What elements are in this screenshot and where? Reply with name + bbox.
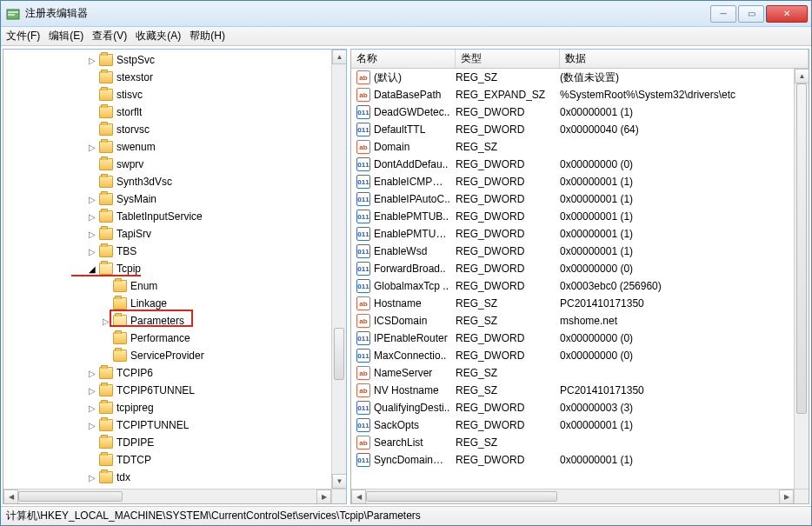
tree-item[interactable]: stexstor	[3, 69, 346, 86]
scroll-thumb[interactable]	[366, 491, 557, 502]
tree-item[interactable]: ▷TCPIP6TUNNEL	[3, 382, 346, 399]
column-type[interactable]: 类型	[456, 50, 560, 68]
tree-item[interactable]: ▷TBS	[3, 243, 346, 260]
expand-icon[interactable]: ▷	[87, 246, 97, 256]
value-row[interactable]: abICSDomainREG_SZmshome.net	[351, 312, 809, 330]
tree-item[interactable]: ▷TapiSrv	[3, 225, 346, 243]
tree-item-label: TDTCP	[116, 454, 151, 466]
menu-view[interactable]: 查看(V)	[92, 29, 127, 43]
menu-favorites[interactable]: 收藏夹(A)	[136, 29, 181, 43]
value-row[interactable]: abDataBasePathREG_EXPAND_SZ%SystemRoot%\…	[351, 86, 809, 103]
tree-item-label: Tcpip	[116, 263, 141, 275]
list-vertical-scrollbar[interactable]: ▲ ▼	[794, 69, 809, 503]
value-row[interactable]: 011EnableICMPRe..REG_DWORD0x00000001 (1)	[351, 173, 809, 190]
menu-file[interactable]: 文件(F)	[6, 29, 40, 43]
column-name[interactable]: 名称	[351, 50, 456, 68]
tree-item-label: Synth3dVsc	[116, 176, 172, 188]
tree-item[interactable]: ◢Tcpip	[3, 260, 346, 277]
value-row[interactable]: 011DefaultTTLREG_DWORD0x00000040 (64)	[351, 121, 809, 138]
collapse-icon[interactable]: ◢	[87, 263, 97, 274]
value-type: REG_DWORD	[456, 263, 560, 275]
tree-item[interactable]: Performance	[3, 330, 346, 347]
value-row[interactable]: abNV HostnameREG_SZPC201410171350	[351, 382, 809, 399]
scroll-left-button[interactable]: ◀	[3, 489, 18, 503]
value-type: REG_DWORD	[456, 210, 560, 223]
scroll-right-button[interactable]: ▶	[316, 489, 331, 503]
value-row[interactable]: 011EnableWsdREG_DWORD0x00000001 (1)	[351, 243, 809, 260]
value-row[interactable]: 011EnableIPAutoC..REG_DWORD0x00000001 (1…	[351, 190, 809, 208]
value-type: REG_DWORD	[456, 402, 560, 414]
tree-item[interactable]: Synth3dVsc	[3, 173, 346, 190]
values-list[interactable]: ab(默认)REG_SZ(数值未设置)abDataBasePathREG_EXP…	[351, 69, 809, 503]
value-name: EnablePMTUB..	[374, 210, 456, 223]
list-horizontal-scrollbar[interactable]: ◀ ▶	[351, 489, 794, 503]
tree-item[interactable]: ▷TCPIP6	[3, 364, 346, 382]
menu-help[interactable]: 帮助(H)	[190, 29, 225, 43]
expand-icon[interactable]: ▷	[87, 142, 97, 152]
minimize-button[interactable]: ─	[710, 5, 736, 23]
expand-icon[interactable]: ▷	[87, 403, 97, 413]
app-icon	[6, 7, 20, 21]
tree-item[interactable]: storflt	[3, 103, 346, 121]
tree-item[interactable]: ▷swenum	[3, 138, 346, 156]
value-row[interactable]: 011DontAddDefau..REG_DWORD0x00000000 (0)	[351, 156, 809, 173]
scroll-thumb[interactable]	[334, 328, 344, 380]
value-row[interactable]: 011SackOptsREG_DWORD0x00000001 (1)	[351, 416, 809, 434]
value-data: PC201410171350	[560, 384, 809, 396]
value-row[interactable]: abSearchListREG_SZ	[351, 434, 809, 451]
tree-item[interactable]: ▷SstpSvc	[3, 51, 346, 69]
tree-item[interactable]: ▷tdx	[3, 469, 346, 486]
close-button[interactable]: ✕	[766, 5, 808, 23]
tree-item[interactable]: TDPIPE	[3, 434, 346, 451]
registry-tree[interactable]: ▷SstpSvcstexstorstisvcstorfltstorvsc▷swe…	[3, 50, 346, 503]
scroll-up-button[interactable]: ▲	[795, 69, 809, 83]
value-row[interactable]: 011GlobalmaxTcp ..REG_DWORD0x0003ebc0 (2…	[351, 277, 809, 295]
value-row[interactable]: 011MaxConnectio..REG_DWORD0x00000000 (0)	[351, 347, 809, 364]
tree-item[interactable]: ServiceProvider	[3, 347, 346, 364]
expand-icon[interactable]: ▷	[87, 55, 97, 65]
status-path: 计算机\HKEY_LOCAL_MACHINE\SYSTEM\CurrentCon…	[6, 509, 421, 523]
value-row[interactable]: 011DeadGWDetec..REG_DWORD0x00000001 (1)	[351, 103, 809, 121]
value-row[interactable]: 011EnablePMTUB..REG_DWORD0x00000001 (1)	[351, 208, 809, 225]
expand-icon[interactable]: ▷	[87, 368, 97, 378]
scroll-left-button[interactable]: ◀	[351, 489, 366, 503]
expand-icon[interactable]: ▷	[87, 194, 97, 204]
value-row[interactable]: 011EnablePMTUDi..REG_DWORD0x00000001 (1)	[351, 225, 809, 243]
scroll-thumb[interactable]	[796, 83, 807, 414]
expand-icon[interactable]: ▷	[87, 472, 97, 483]
expander-placeholder	[101, 281, 111, 291]
value-row[interactable]: 011SyncDomainWi..REG_DWORD0x00000001 (1)	[351, 451, 809, 469]
scroll-thumb[interactable]	[18, 491, 123, 502]
tree-item[interactable]: swprv	[3, 156, 346, 173]
menu-edit[interactable]: 编辑(E)	[49, 29, 83, 43]
expand-icon[interactable]: ▷	[87, 229, 97, 239]
maximize-button[interactable]: ▭	[738, 5, 764, 23]
scroll-right-button[interactable]: ▶	[779, 489, 794, 503]
scroll-up-button[interactable]: ▲	[332, 50, 346, 64]
value-row[interactable]: 011QualifyingDesti..REG_DWORD0x00000003 …	[351, 399, 809, 416]
tree-vertical-scrollbar[interactable]: ▲ ▼	[331, 50, 346, 489]
expand-icon[interactable]: ▷	[87, 385, 97, 396]
tree-horizontal-scrollbar[interactable]: ◀ ▶	[3, 489, 331, 503]
value-data: 0x0003ebc0 (256960)	[560, 280, 809, 292]
tree-item[interactable]: ▷SysMain	[3, 190, 346, 208]
titlebar[interactable]: 注册表编辑器 ─ ▭ ✕	[1, 1, 811, 27]
value-row[interactable]: abDomainREG_SZ	[351, 138, 809, 156]
expand-icon[interactable]: ▷	[87, 420, 97, 430]
scroll-down-button[interactable]: ▼	[332, 474, 346, 489]
expander-placeholder	[87, 72, 97, 83]
tree-item[interactable]: Enum	[3, 277, 346, 295]
tree-item[interactable]: ▷tcpipreg	[3, 399, 346, 416]
tree-item[interactable]: storvsc	[3, 121, 346, 138]
value-row[interactable]: 011IPEnableRouterREG_DWORD0x00000000 (0)	[351, 330, 809, 347]
value-row[interactable]: ab(默认)REG_SZ(数值未设置)	[351, 69, 809, 86]
value-row[interactable]: abHostnameREG_SZPC201410171350	[351, 295, 809, 312]
value-row[interactable]: abNameServerREG_SZ	[351, 364, 809, 382]
tree-item[interactable]: ▷TabletInputService	[3, 208, 346, 225]
tree-item[interactable]: ▷TCPIPTUNNEL	[3, 416, 346, 434]
expand-icon[interactable]: ▷	[87, 211, 97, 222]
tree-item[interactable]: TDTCP	[3, 451, 346, 469]
tree-item[interactable]: stisvc	[3, 86, 346, 103]
value-row[interactable]: 011ForwardBroad..REG_DWORD0x00000000 (0)	[351, 260, 809, 277]
column-data[interactable]: 数据	[560, 50, 809, 68]
